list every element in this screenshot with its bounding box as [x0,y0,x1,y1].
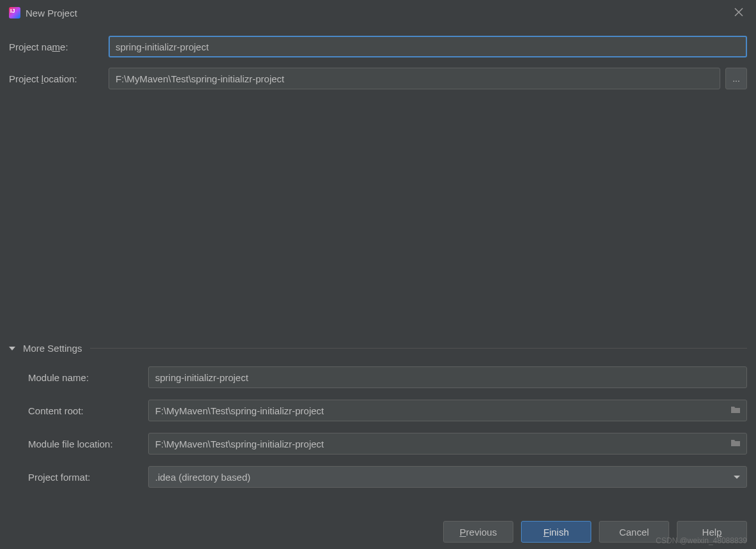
module-file-location-wrapper [148,433,747,455]
separator [90,348,747,349]
content-root-label: Content root: [28,405,143,416]
app-icon [9,7,20,19]
finish-button[interactable]: Finish [521,521,591,543]
content-root-row: Content root: [28,400,747,421]
module-name-input[interactable] [148,366,747,388]
title-left: New Project [9,7,77,19]
more-settings-section: More Settings Module name: Content root:… [0,338,756,499]
module-file-location-input[interactable] [148,433,747,455]
watermark: CSDN @weixin_48088839 [656,536,747,545]
module-file-location-row: Module file location: [28,433,747,455]
folder-icon[interactable] [730,405,741,416]
module-name-label: Module name: [28,372,143,383]
title-bar: New Project [0,0,756,26]
ellipsis-icon: ... [732,73,740,84]
chevron-down-icon [734,476,740,479]
folder-icon[interactable] [730,439,741,449]
project-location-row: Project location: ... [9,68,747,89]
project-name-input[interactable] [109,36,747,57]
close-icon[interactable] [730,5,747,21]
project-name-label: Project name: [9,41,103,52]
more-settings-header[interactable]: More Settings [9,338,747,359]
collapse-triangle-icon [9,347,15,350]
more-settings-form: Module name: Content root: Module file l… [9,359,747,488]
project-location-input[interactable] [109,68,720,89]
content-root-input[interactable] [148,400,747,421]
previous-button[interactable]: Previous [443,521,513,543]
project-format-label: Project format: [28,472,143,483]
project-name-row: Project name: [9,36,747,57]
more-settings-label: More Settings [23,343,82,354]
project-location-label: Project location: [9,73,103,84]
content-root-wrapper [148,400,747,421]
window-title: New Project [26,8,77,19]
module-name-row: Module name: [28,366,747,388]
project-format-row: Project format: .idea (directory based) [28,466,747,488]
module-file-location-label: Module file location: [28,439,143,449]
top-form-section: Project name: Project location: ... [0,26,756,89]
browse-location-button[interactable]: ... [725,68,747,89]
project-format-select[interactable]: .idea (directory based) [148,466,747,488]
project-format-value: .idea (directory based) [155,472,250,483]
